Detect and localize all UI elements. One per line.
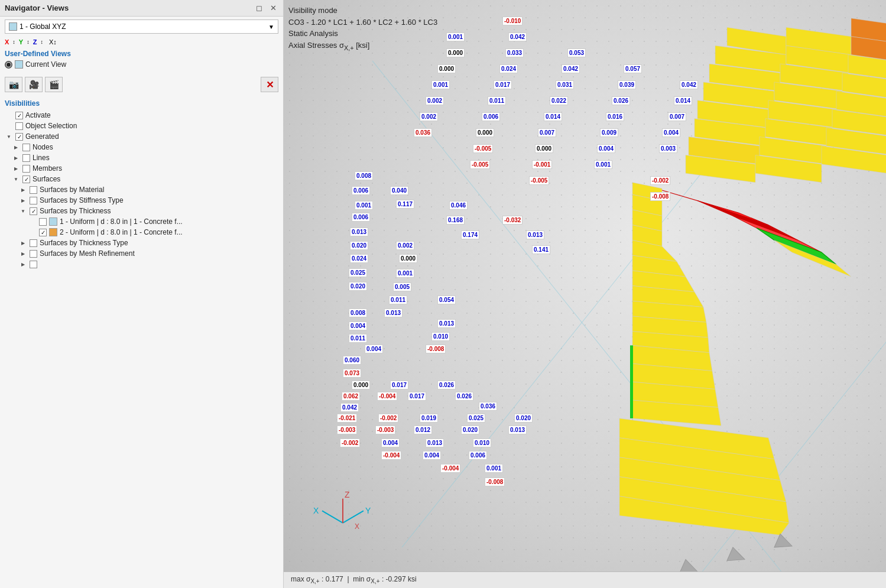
axis-x-icon[interactable]: X	[5, 38, 9, 46]
view-select[interactable]: 1 - Global XYZ ▼	[5, 20, 278, 34]
value-label: 0.117	[396, 200, 414, 209]
svg-marker-25	[765, 119, 832, 146]
checkbox-surfaces-thickness-type[interactable]	[30, 239, 37, 247]
axis-z-icon[interactable]: Z	[33, 38, 37, 46]
checkbox-surfaces-material[interactable]	[30, 186, 37, 194]
checkbox-lines[interactable]	[22, 154, 30, 162]
tree-item-surfaces[interactable]: Surfaces	[0, 174, 283, 184]
tree-item-nodes[interactable]: Nodes	[0, 142, 283, 152]
tree-item-surfaces-geometry-type[interactable]: Surfaces by Mesh Refinement	[0, 248, 283, 259]
user-defined-views-label: User-Defined Views	[0, 47, 283, 59]
tree-item-activate[interactable]: Activate	[0, 110, 283, 121]
camera-add-button[interactable]: 📷	[5, 77, 22, 92]
expand-lines-icon[interactable]	[12, 154, 20, 162]
tree-item-members[interactable]: Members	[0, 163, 283, 174]
value-label: 0.046	[449, 201, 468, 210]
view-color-swatch	[9, 22, 17, 31]
checkbox-generated[interactable]	[15, 133, 23, 141]
tree-item-object-selection[interactable]: Object Selection	[0, 121, 283, 131]
tree-item-surfaces-mesh-refinement[interactable]	[0, 259, 283, 269]
expand-members-icon[interactable]	[12, 164, 20, 173]
toolbar-icons: 📷 🎥 🎬	[5, 77, 63, 92]
camera-play-button[interactable]: 🎥	[25, 77, 43, 92]
label-surfaces-material: Surfaces by Material	[40, 186, 104, 194]
checkbox-surfaces-stiffness[interactable]	[30, 197, 37, 204]
axis-extra-icon[interactable]: X↕	[49, 38, 57, 46]
expand-surf-thick-icon[interactable]	[19, 207, 27, 215]
value-label: 0.141	[532, 245, 550, 254]
label-generated: Generated	[25, 132, 59, 141]
tree-item-surfaces-stiffness[interactable]: Surfaces by Stiffness Type	[0, 195, 283, 206]
value-label: 0.013	[426, 438, 444, 447]
value-label: -0.004	[377, 392, 397, 401]
svg-marker-47	[632, 225, 662, 246]
axis-y-icon[interactable]: Y	[19, 38, 23, 46]
svg-marker-55	[632, 345, 712, 371]
value-label: 0.001	[355, 201, 373, 210]
checkbox-members[interactable]	[22, 165, 30, 173]
close-icon[interactable]: ✕	[268, 3, 278, 14]
tree-item-surfaces-thickness-1[interactable]: 1 - Uniform | d : 8.0 in | 1 - Concrete …	[0, 216, 283, 227]
restore-icon[interactable]: ◻	[254, 3, 264, 14]
checkbox-surfaces-mesh-refinement[interactable]	[30, 261, 37, 268]
status-text: max σX,+ : 0.177 | min σX,+ : -0.297 ksi	[291, 575, 417, 584]
tree-item-generated[interactable]: Generated	[0, 131, 283, 142]
camera-list-button[interactable]: 🎬	[45, 77, 63, 92]
checkbox-nodes[interactable]	[22, 144, 30, 151]
value-label: -0.010	[502, 17, 522, 25]
expand-nodes-icon[interactable]	[12, 143, 20, 151]
analysis-type-label: Static Analysis	[288, 28, 437, 40]
label-nodes: Nodes	[33, 143, 53, 151]
expand-surfaces-icon[interactable]	[12, 175, 20, 183]
checkbox-object-selection[interactable]	[15, 122, 23, 130]
tree-item-surfaces-thickness[interactable]: Surfaces by Thickness	[0, 206, 283, 216]
checkbox-surfaces-geometry-type[interactable]	[30, 250, 37, 258]
svg-marker-39	[656, 189, 768, 225]
svg-marker-70	[680, 560, 697, 573]
value-label: 0.024	[499, 64, 518, 73]
svg-marker-43	[774, 240, 851, 277]
svg-marker-34	[686, 155, 755, 182]
label-surfaces-geometry-type: Surfaces by Mesh Refinement	[40, 249, 135, 258]
svg-marker-20	[768, 100, 836, 128]
checkbox-surfaces-thickness-1[interactable]	[39, 218, 47, 226]
expand-generated-icon[interactable]	[5, 132, 13, 141]
result-subscript: X,+	[344, 44, 354, 51]
label-surfaces: Surfaces	[33, 175, 60, 183]
current-view-item[interactable]: Current View	[0, 59, 283, 70]
axis-arrow-icon: ↕	[12, 39, 15, 45]
expand-surf-stiff-icon[interactable]	[19, 196, 27, 204]
value-label: 0.026	[612, 96, 630, 105]
svg-marker-40	[697, 201, 798, 241]
camera-x-button[interactable]: ✕	[261, 77, 278, 92]
tree-item-surfaces-material[interactable]: Surfaces by Material	[0, 184, 283, 195]
checkbox-surfaces-thickness-2[interactable]	[39, 229, 47, 236]
value-label: 0.001	[431, 80, 450, 89]
value-label: -0.002	[650, 176, 670, 185]
expand-surf-mat-icon[interactable]	[19, 186, 27, 194]
tree-item-surfaces-thickness-2[interactable]: 2 - Uniform | d : 8.0 in | 1 - Concrete …	[0, 227, 283, 238]
value-label: 0.004	[381, 438, 400, 447]
value-label: 0.025	[349, 268, 367, 277]
checkbox-surfaces-thickness[interactable]	[30, 207, 37, 215]
checkbox-activate[interactable]	[15, 112, 23, 119]
value-label: 0.001	[446, 33, 465, 41]
value-label: -0.005	[529, 176, 549, 185]
checkbox-surfaces[interactable]	[22, 176, 30, 183]
expand-surf-thicktype-icon[interactable]	[19, 239, 27, 247]
expand-surf-mesh-icon[interactable]	[19, 260, 27, 268]
expand-surf-geotype-icon[interactable]	[19, 249, 27, 258]
tree-item-surfaces-thickness-type[interactable]: Surfaces by Thickness Type	[0, 238, 283, 248]
svg-marker-19	[697, 100, 768, 128]
svg-marker-26	[832, 109, 886, 137]
current-view-radio[interactable]	[5, 61, 12, 69]
svg-line-0	[402, 30, 816, 547]
value-label: -0.008	[650, 192, 670, 201]
value-label: 0.014	[544, 112, 562, 121]
value-label: 0.002	[420, 112, 438, 121]
panel-header: Navigator - Views ◻ ✕	[0, 0, 283, 17]
svg-marker-52	[632, 301, 706, 322]
tree-item-lines[interactable]: Lines	[0, 152, 283, 163]
value-label: 0.042	[508, 33, 527, 41]
navigator-panel: Navigator - Views ◻ ✕ 1 - Global XYZ ▼ X…	[0, 0, 284, 588]
